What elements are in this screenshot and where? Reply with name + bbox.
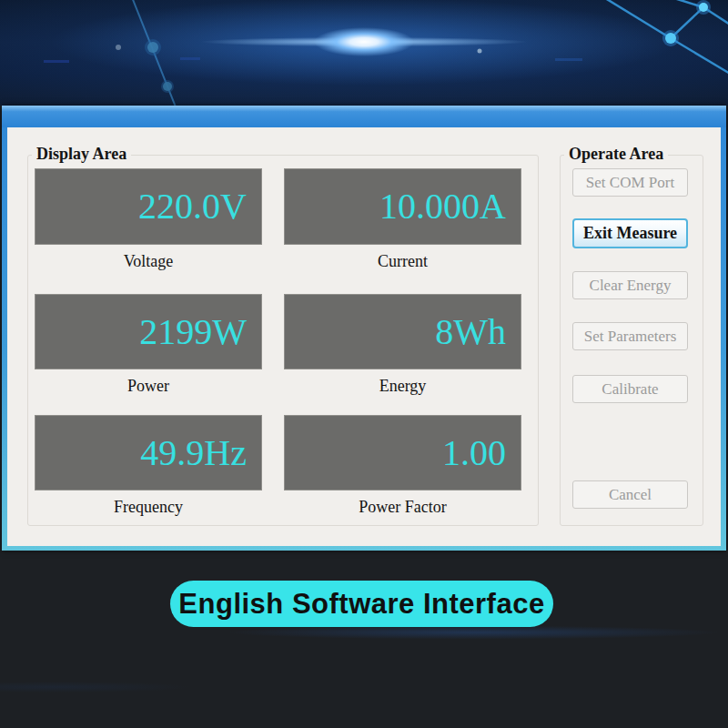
meter-energy: 8Wh Energy	[284, 294, 521, 396]
current-readout: 10.000A	[284, 168, 521, 245]
window-body: Display Area 220.0V Voltage 10.000A Curr…	[7, 127, 721, 546]
set-parameters-button[interactable]: Set Parameters	[572, 322, 688, 350]
display-area-group: Display Area 220.0V Voltage 10.000A Curr…	[27, 155, 539, 526]
background-hero	[0, 0, 728, 106]
voltage-label: Voltage	[35, 252, 262, 271]
caption-text: English Software Interface	[178, 588, 544, 621]
frequency-label: Frequency	[35, 498, 262, 517]
operate-area-group: Operate Area Set COM Port Exit Measure C…	[560, 155, 703, 526]
exit-measure-button[interactable]: Exit Measure	[572, 218, 688, 248]
meter-voltage: 220.0V Voltage	[35, 168, 262, 271]
calibrate-button[interactable]: Calibrate	[572, 375, 688, 403]
meter-power: 2199W Power	[35, 294, 262, 396]
cancel-button[interactable]: Cancel	[572, 480, 688, 509]
energy-label: Energy	[284, 377, 521, 396]
screenshot-root: Display Area 220.0V Voltage 10.000A Curr…	[0, 0, 728, 728]
window-titlebar[interactable]	[2, 106, 726, 127]
background-bottom-glow	[0, 551, 728, 728]
power-factor-label: Power Factor	[284, 498, 521, 517]
constellation-graphic	[0, 0, 728, 106]
energy-readout: 8Wh	[284, 294, 521, 369]
clear-energy-button[interactable]: Clear Energy	[572, 271, 688, 299]
caption-banner: English Software Interface	[170, 581, 553, 627]
operate-area-title: Operate Area	[564, 145, 668, 164]
display-area-title: Display Area	[32, 145, 131, 164]
voltage-readout: 220.0V	[35, 168, 262, 245]
meter-current: 10.000A Current	[284, 168, 521, 271]
frequency-readout: 49.9Hz	[35, 415, 262, 490]
meter-frequency: 49.9Hz Frequency	[35, 415, 262, 517]
app-window: Display Area 220.0V Voltage 10.000A Curr…	[2, 106, 726, 551]
power-factor-readout: 1.00	[284, 415, 521, 490]
meter-power-factor: 1.00 Power Factor	[284, 415, 521, 517]
current-label: Current	[284, 252, 521, 271]
set-com-port-button[interactable]: Set COM Port	[572, 168, 688, 197]
power-readout: 2199W	[35, 294, 262, 369]
power-label: Power	[35, 377, 262, 396]
